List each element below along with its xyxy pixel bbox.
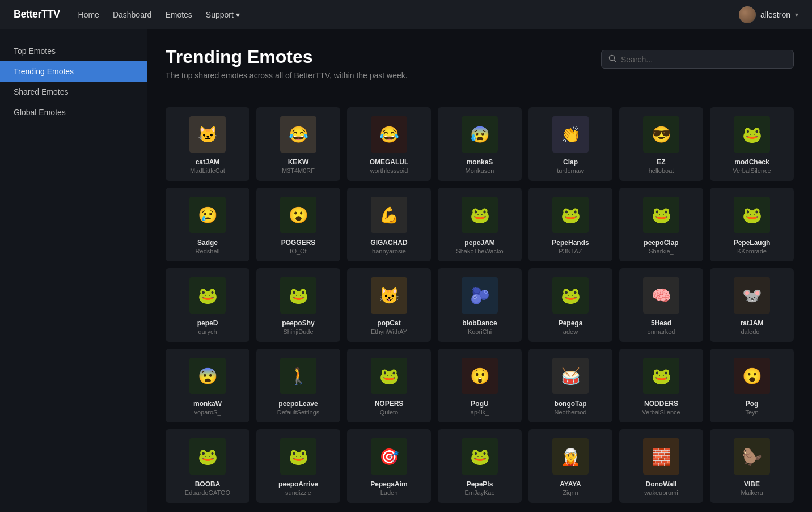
nav-home[interactable]: Home [78,10,99,19]
emote-card-nodders[interactable]: 🐸NODDERSVerbalSilence [619,349,703,422]
user-chevron-icon: ▾ [795,11,798,19]
nav-dashboard[interactable]: Dashboard [113,10,152,19]
emote-name: pepeJAM [464,239,494,247]
emote-image-pogu: 😲 [462,358,498,394]
emote-card-nopers[interactable]: 🐸NOPERSQuieto [347,349,431,422]
emote-card-ratjam[interactable]: 🐭ratJAMdaledo_ [710,268,794,342]
emote-name: DonoWall [646,480,677,488]
emote-grid: 🐱catJAMMadLittleCat😂KEKWM3T4M0RF😂OMEGALU… [166,107,794,503]
sidebar: Top Emotes Trending Emotes Shared Emotes… [0,29,147,512]
emote-author: Laden [380,489,398,496]
emote-card-peped[interactable]: 🐸pepeDqarych [166,268,249,342]
emote-card-pepehands[interactable]: 🐸PepeHandsP3NTAZ [528,188,612,261]
emote-image-kekw: 😂 [280,116,316,153]
emote-author: Maikeru [741,489,763,496]
emote-card-donowall[interactable]: 🧱DonoWallwakeuprumi [619,429,703,503]
search-input[interactable] [621,55,786,64]
emote-card-pepelaugh[interactable]: 🐸PepeLaughKKomrade [710,188,794,261]
emote-card-ez[interactable]: 😎EZhelloboat [619,107,703,181]
sidebar-item-top-emotes[interactable]: Top Emotes [0,41,147,61]
emote-image-pog: 😮 [734,358,770,394]
emote-name: peepoClap [644,239,678,247]
emote-image-pepehands: 🐸 [552,197,589,233]
emote-card-clap[interactable]: 👏Clapturtlemaw [528,107,612,181]
emote-card-modcheck[interactable]: 🐸modCheckVerbalSilence [710,107,794,181]
emote-card-catjam[interactable]: 🐱catJAMMadLittleCat [166,107,249,181]
emote-image-peped: 🐸 [189,277,226,314]
emote-card-poggers[interactable]: 😮POGGERStO_Ot [256,188,340,261]
emote-card-monkas[interactable]: 😰monkaSMonkasen [438,107,522,181]
emote-name: catJAM [196,158,220,166]
emote-author: Sharkie_ [649,248,673,255]
emote-name: Pog [746,400,759,408]
sidebar-item-shared-emotes[interactable]: Shared Emotes [0,82,147,102]
emote-name: peepoLeave [278,400,318,408]
emote-name: blobDance [462,319,497,327]
emote-card-kekw[interactable]: 😂KEKWM3T4M0RF [256,107,340,181]
emote-image-pepelaugh: 🐸 [734,197,770,233]
nav-support[interactable]: Support ▾ [206,10,240,19]
emote-card-omegalul[interactable]: 😂OMEGALULworthlessvoid [347,107,431,181]
emote-name: BOOBA [195,480,221,488]
page-header: Trending Emotes The top shared emotes ac… [166,46,408,94]
user-menu[interactable]: allestron ▾ [739,6,798,23]
emote-card-blobdance[interactable]: 🫐blobDanceKooriChi [438,268,522,342]
brand-logo: BetterTTV [14,9,60,20]
emote-name: ratJAM [741,319,764,327]
emote-card-booba[interactable]: 🐸BOOBAEduardoGATOO [166,429,249,503]
emote-card-peepoareive[interactable]: 🐸peepoArrivesundizzle [256,429,340,503]
emote-name: OMEGALUL [370,158,409,166]
emote-card-bongotap[interactable]: 🥁bongoTapNeothemod [528,349,612,422]
emote-card-gigachad[interactable]: 💪GIGACHADhannyarosie [347,188,431,261]
emote-name: VIBE [744,480,760,488]
sidebar-item-global-emotes[interactable]: Global Emotes [0,102,147,122]
emote-card-peepothy[interactable]: 🐸peepoShyShinjiDude [256,268,340,342]
emote-name: GIGACHAD [370,239,407,247]
emote-card-pogu[interactable]: 😲PogUap4ik_ [438,349,522,422]
emote-card-peepoclap[interactable]: 🐸peepoClapSharkie_ [619,188,703,261]
emote-image-vibe: 🦫 [734,438,770,475]
emote-author: wakeuprumi [644,489,678,496]
emote-image-ratjam: 🐭 [734,277,770,314]
emote-image-blobdance: 🫐 [462,277,498,314]
emote-image-monkaw: 😨 [189,358,226,394]
emote-card-pepegaaim[interactable]: 🎯PepegaAimLaden [347,429,431,503]
emote-image-sadge: 😢 [189,197,226,233]
emote-card-vibe[interactable]: 🦫VIBEMaikeru [710,429,794,503]
navbar: BetterTTV Home Dashboard Emotes Support … [0,0,812,29]
emote-author: voparoS_ [194,409,221,416]
emote-author: worthlessvoid [370,167,408,174]
emote-card-sadge[interactable]: 😢SadgeRedshell [166,188,249,261]
emote-card-5head[interactable]: 🧠5Headonmarked [619,268,703,342]
emote-author: VerbalSilence [642,409,680,416]
emote-author: Monkasen [466,167,494,174]
emote-image-nodders: 🐸 [643,358,679,394]
emote-author: KooriChi [468,328,492,335]
sidebar-item-trending-emotes[interactable]: Trending Emotes [0,61,147,82]
emote-image-ez: 😎 [643,116,679,153]
emote-name: KEKW [288,158,309,166]
emote-name: 5Head [651,319,671,327]
page-title: Trending Emotes [166,46,408,67]
nav-emotes[interactable]: Emotes [165,10,192,19]
emote-card-pog[interactable]: 😮PogTeyn [710,349,794,422]
emote-image-peepoclap: 🐸 [643,197,679,233]
emote-image-monkas: 😰 [462,116,498,153]
emote-image-peepothy: 🐸 [280,277,316,314]
emote-author: turtlemaw [557,167,584,174]
emote-card-ayaya[interactable]: 🧝AYAYAZiqrin [528,429,612,503]
emote-card-pepega[interactable]: 🐸Pepegaadew [528,268,612,342]
emote-author: Neothemod [555,409,587,416]
chevron-down-icon: ▾ [236,10,240,19]
emote-card-peepoleave[interactable]: 🚶peepoLeaveDefaultSettings [256,349,340,422]
emote-card-pepejam[interactable]: 🐸pepeJAMShakoTheWacko [438,188,522,261]
emote-card-pepepls[interactable]: 🐸PepePlsEmJayKae [438,429,522,503]
emote-card-monkaw[interactable]: 😨monkaWvoparoS_ [166,349,249,422]
emote-card-popcat[interactable]: 😺popCatEthynWithAY [347,268,431,342]
emote-image-clap: 👏 [552,116,589,153]
page-subtitle: The top shared emotes across all of Bett… [166,71,408,80]
emote-author: EduardoGATOO [185,489,230,496]
svg-line-1 [614,60,616,62]
emote-name: bongoTap [554,400,586,408]
emote-image-pepejam: 🐸 [462,197,498,233]
